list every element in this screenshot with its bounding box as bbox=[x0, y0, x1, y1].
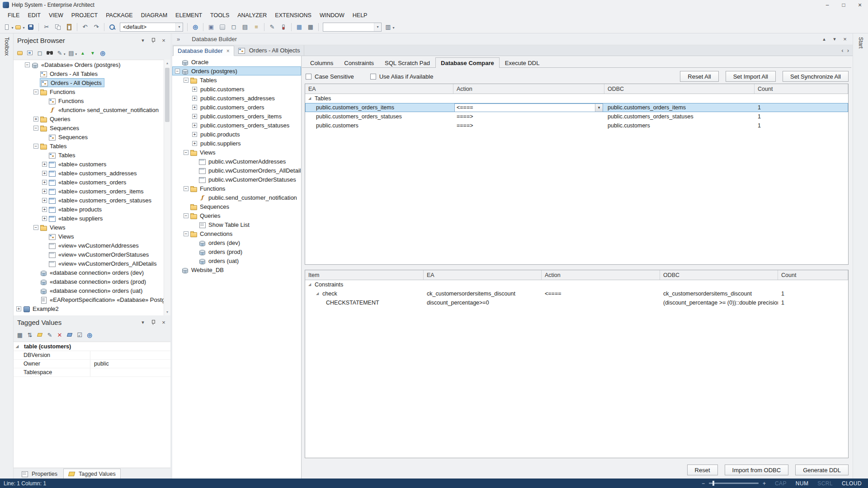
collapse-toggle[interactable] bbox=[175, 69, 180, 74]
tab-properties[interactable]: Properties bbox=[16, 469, 62, 479]
close-panel-icon[interactable] bbox=[160, 319, 167, 325]
column-header-odbc[interactable]: ODBC bbox=[660, 270, 778, 280]
expand-toggle[interactable] bbox=[192, 123, 197, 128]
builder-item-public-vwcustomerorders-alldetails[interactable]: public.vwCustomerOrders_AllDetails bbox=[172, 166, 301, 175]
collapse-toggle[interactable] bbox=[184, 150, 189, 155]
set-import-all-button[interactable]: Set Import All bbox=[726, 71, 776, 82]
scroll-tabs-left-icon[interactable]: ‹ bbox=[841, 47, 843, 54]
constraint-row[interactable]: CHECKSTATEMENTdiscount_percentage>=0(dis… bbox=[305, 298, 848, 307]
compare-row[interactable]: public.customers_orders_items<====public… bbox=[305, 103, 848, 112]
undo-icon[interactable] bbox=[80, 22, 90, 33]
browser-item-tables[interactable]: Tables bbox=[14, 141, 164, 150]
collapse-toggle[interactable] bbox=[184, 213, 189, 218]
expander-triangle-icon[interactable] bbox=[316, 291, 321, 296]
collapse-toggle[interactable] bbox=[184, 186, 189, 191]
column-header-item[interactable]: Item bbox=[305, 270, 424, 280]
builder-item-tables[interactable]: Tables bbox=[172, 75, 301, 84]
tab-database-compare[interactable]: Database Compare bbox=[435, 57, 500, 68]
browser-item-sequences[interactable]: Sequences bbox=[14, 132, 164, 141]
browser-item-table-customers[interactable]: «table» customers bbox=[14, 160, 164, 169]
collapse-toggle[interactable] bbox=[33, 126, 38, 131]
collapse-toggle[interactable] bbox=[25, 62, 30, 67]
tagged-value-row[interactable]: Tablespace bbox=[14, 368, 170, 377]
menu-tools[interactable]: TOOLS bbox=[206, 10, 233, 21]
expander-triangle-icon[interactable] bbox=[308, 282, 313, 287]
menu-extensions[interactable]: EXTENSIONS bbox=[271, 10, 316, 21]
cut-icon[interactable] bbox=[41, 22, 52, 33]
browser-item-table-customers-addresses[interactable]: «table» customers_addresses bbox=[14, 169, 164, 178]
doc-tab-orders-all-objects[interactable]: Orders - All Objects bbox=[234, 45, 305, 56]
search-icon[interactable] bbox=[107, 22, 118, 33]
builder-item-public-customers[interactable]: public.customers bbox=[172, 84, 301, 94]
scrollbar-thumb[interactable] bbox=[165, 68, 170, 122]
checkbox-case-sensitive[interactable]: Case Sensitive bbox=[306, 73, 354, 80]
expand-toggle[interactable] bbox=[192, 105, 197, 110]
open-file-icon[interactable] bbox=[14, 22, 25, 33]
generate-ddl-button[interactable]: Generate DDL bbox=[795, 465, 849, 475]
builder-item-orders-dev[interactable]: orders (dev) bbox=[172, 238, 301, 247]
builder-item-views[interactable]: Views bbox=[172, 148, 301, 157]
expand-toggle[interactable] bbox=[42, 162, 47, 167]
set-synchronize-all-button[interactable]: Set Synchronize All bbox=[783, 71, 849, 82]
collapse-toggle[interactable] bbox=[33, 144, 38, 149]
zoom-out-icon[interactable]: − bbox=[702, 480, 705, 487]
check-tree-icon[interactable] bbox=[75, 330, 84, 340]
browser-item-orders-all-tables[interactable]: Orders - All Tables bbox=[14, 69, 164, 78]
pin-icon[interactable] bbox=[150, 37, 156, 43]
tab-sql-scratch-pad[interactable]: SQL Scratch Pad bbox=[379, 57, 435, 68]
column-header-odbc[interactable]: ODBC bbox=[604, 84, 755, 94]
checkbox-box[interactable] bbox=[370, 74, 376, 80]
menu-element[interactable]: ELEMENT bbox=[171, 10, 206, 21]
reset-all-button[interactable]: Reset All bbox=[680, 71, 718, 82]
search-input[interactable] bbox=[323, 23, 374, 31]
expand-toggle[interactable] bbox=[42, 171, 47, 176]
column-header-ea[interactable]: EA bbox=[305, 84, 453, 94]
browser-item-function-send-customer-notification[interactable]: «function» send_customer_notification bbox=[14, 105, 164, 114]
save-icon[interactable] bbox=[25, 22, 36, 33]
builder-item-queries[interactable]: Queries bbox=[172, 211, 301, 220]
help-icon[interactable] bbox=[85, 330, 94, 340]
tagged-value-row[interactable]: Ownerpublic bbox=[14, 360, 170, 368]
collapse-toggle[interactable] bbox=[184, 78, 189, 83]
builder-item-orders-prod[interactable]: orders (prod) bbox=[172, 247, 301, 256]
zoom-in-icon[interactable]: + bbox=[763, 480, 766, 487]
builder-item-public-customers-orders-items[interactable]: public.customers_orders_items bbox=[172, 112, 301, 121]
delete-icon[interactable] bbox=[55, 330, 64, 340]
menu-window[interactable]: WINDOW bbox=[316, 10, 349, 21]
package-icon[interactable] bbox=[206, 22, 217, 33]
builder-item-orders-postgres[interactable]: Orders (postgres) bbox=[172, 66, 301, 75]
menu-view[interactable]: VIEW bbox=[45, 10, 67, 21]
browser-item-table-suppliers[interactable]: «table» suppliers bbox=[14, 214, 164, 223]
builder-item-oracle[interactable]: Oracle bbox=[172, 57, 301, 66]
browser-item-table-customers-orders-items[interactable]: «table» customers_orders_items bbox=[14, 187, 164, 196]
browser-item-database-connection-orders-prod[interactable]: «database connection» orders (prod) bbox=[14, 277, 164, 286]
tab-tagged-values[interactable]: Tagged Values bbox=[63, 469, 121, 479]
builder-item-show-table-list[interactable]: Show Table List bbox=[172, 220, 301, 229]
scroll-down-icon[interactable]: ▾ bbox=[164, 309, 170, 315]
expand-toggle[interactable] bbox=[192, 87, 197, 92]
panel-menu-icon[interactable] bbox=[140, 319, 146, 325]
expand-toggle[interactable] bbox=[42, 198, 47, 203]
expand-toggle[interactable] bbox=[192, 114, 197, 119]
help-target-icon[interactable] bbox=[190, 22, 201, 33]
tag-icon[interactable] bbox=[65, 330, 74, 340]
close-panel-icon[interactable] bbox=[160, 37, 167, 43]
new-diagram-icon[interactable] bbox=[25, 48, 34, 58]
browser-item-database-orders-postgres[interactable]: «Database» Orders (postgres) bbox=[14, 60, 164, 69]
column-header-count[interactable]: Count bbox=[755, 84, 848, 94]
tab-columns[interactable]: Columns bbox=[305, 57, 339, 68]
browser-item-queries[interactable]: Queries bbox=[14, 114, 164, 123]
column-header-ea[interactable]: EA bbox=[424, 270, 542, 280]
panel-menu-icon[interactable] bbox=[831, 36, 838, 42]
expand-toggle[interactable] bbox=[42, 189, 47, 194]
panel-menu-icon[interactable] bbox=[140, 37, 146, 43]
browser-item-views[interactable]: Views bbox=[14, 223, 164, 232]
checkbox-use-alias-if-available[interactable]: Use Alias if Available bbox=[370, 73, 434, 80]
close-icon[interactable] bbox=[852, 0, 868, 10]
tagged-values-group-row[interactable]: table (customers) bbox=[14, 342, 170, 351]
new-tag-icon[interactable] bbox=[35, 330, 44, 340]
expand-toggle[interactable] bbox=[192, 132, 197, 137]
expand-toggle[interactable] bbox=[42, 180, 47, 185]
menu-diagram[interactable]: DIAGRAM bbox=[137, 10, 171, 21]
pencil-icon[interactable] bbox=[267, 22, 278, 33]
